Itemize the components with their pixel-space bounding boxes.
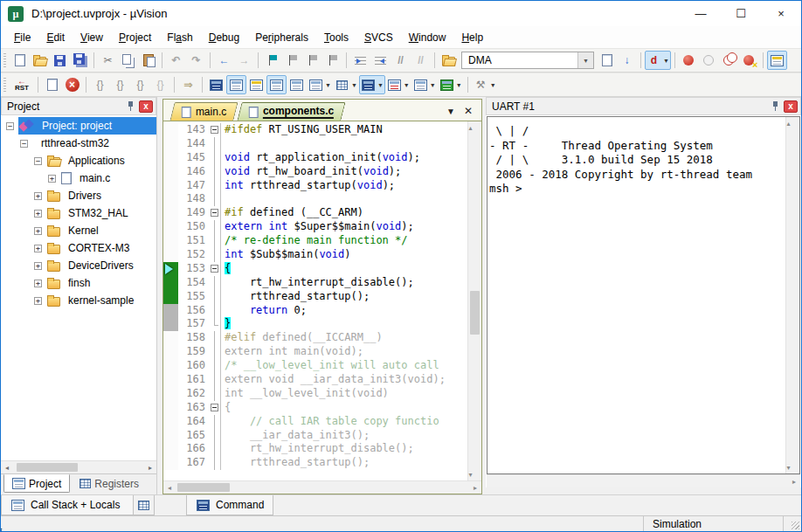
dropdown-arrow-icon[interactable]: ▼ — [377, 82, 384, 88]
uart-vscrollbar[interactable]: ▴ ▾ — [785, 117, 799, 473]
scroll-left-icon[interactable]: ◂ — [163, 484, 176, 492]
show-next-statement-button[interactable] — [42, 75, 62, 94]
code-line-161[interactable]: 161extern void __iar_data_init3(void); — [163, 373, 467, 387]
menu-edit[interactable]: Edit — [38, 28, 73, 47]
open-file-button[interactable] — [30, 51, 50, 70]
fold-collapse-icon[interactable] — [210, 206, 221, 220]
redo-button[interactable]: ↷ — [186, 51, 206, 70]
tree-item-rtthread-stm32[interactable]: −rtthread-stm32 — [1, 135, 156, 152]
breakpoint-disable-all-button[interactable] — [719, 51, 739, 70]
menu-svcs[interactable]: SVCS — [356, 28, 401, 47]
uncomment-selection-button[interactable]: // — [411, 51, 431, 70]
scroll-thumb[interactable] — [177, 483, 230, 492]
tab-list-dropdown-icon[interactable]: ▼ — [446, 107, 455, 116]
dropdown-arrow-icon[interactable]: ▼ — [490, 82, 496, 88]
indent-button[interactable] — [350, 51, 370, 70]
code-line-163[interactable]: 163{ — [163, 401, 467, 415]
find-in-files-button[interactable] — [439, 51, 459, 70]
pin-icon[interactable] — [126, 100, 135, 112]
fold-collapse-icon[interactable] — [210, 123, 221, 137]
tree-item-main-c[interactable]: +main.c — [1, 169, 156, 187]
step-over-button[interactable]: {} — [110, 75, 130, 94]
copy-button[interactable] — [118, 51, 138, 70]
command-window-button[interactable] — [206, 75, 226, 94]
serial-window-button[interactable]: ▼ — [359, 75, 385, 94]
menu-view[interactable]: View — [73, 28, 111, 47]
code-line-146[interactable]: 146void rt_hw_board_init(void); — [163, 165, 467, 179]
menu-debug[interactable]: Debug — [201, 28, 247, 47]
command-tab[interactable]: Command — [186, 495, 273, 515]
code-line-165[interactable]: 165 __iar_data_init3(); — [163, 429, 467, 443]
cut-button[interactable]: ✂ — [98, 51, 118, 70]
menu-file[interactable]: File — [6, 28, 38, 47]
menu-window[interactable]: Window — [401, 28, 454, 47]
scroll-down-icon[interactable]: ▾ — [787, 461, 799, 473]
dropdown-arrow-icon[interactable]: ▼ — [430, 82, 436, 88]
code-line-159[interactable]: 159extern int main(void); — [163, 345, 467, 359]
peripheral-dialog-button[interactable]: ▼ — [438, 75, 464, 94]
code-line-166[interactable]: 166 rt_hw_interrupt_disable(); — [163, 442, 467, 456]
collapse-icon[interactable]: − — [6, 122, 14, 130]
dropdown-arrow-icon[interactable]: ▼ — [663, 58, 669, 64]
scroll-up-icon[interactable]: ▴ — [469, 121, 481, 134]
dropdown-arrow-icon[interactable]: ▼ — [404, 82, 410, 88]
disassembly-window-button[interactable] — [226, 75, 246, 94]
collapse-icon[interactable]: − — [34, 157, 42, 165]
call-stack-tab[interactable]: Call Stack + Locals — [1, 495, 134, 515]
editor-vscrollbar[interactable]: ▴ ▾ — [467, 121, 481, 480]
menu-project[interactable]: Project — [111, 28, 159, 47]
code-area[interactable]: 143#ifdef RT_USING_USER_MAIN144145void r… — [163, 121, 467, 480]
code-line-143[interactable]: 143#ifdef RT_USING_USER_MAIN — [163, 123, 467, 137]
resize-grip[interactable] — [783, 516, 801, 531]
document-tab-main-c[interactable]: main.c — [169, 102, 239, 121]
bookmark-next-button[interactable] — [302, 51, 322, 70]
symbol-window-button[interactable] — [246, 75, 266, 94]
code-line-149[interactable]: 149#if defined (__CC_ARM) — [163, 206, 467, 220]
project-window-toggle-button[interactable] — [767, 51, 787, 70]
panel-tab-project[interactable]: Project — [3, 474, 70, 493]
tree-item-kernel[interactable]: +Kernel — [1, 222, 156, 239]
combo-dropdown-icon[interactable]: ▼ — [577, 52, 593, 68]
code-line-145[interactable]: 145void rt_application_init(void); — [163, 151, 467, 165]
code-line-154[interactable]: 154 rt_hw_interrupt_disable(); — [163, 276, 467, 290]
dropdown-arrow-icon[interactable]: ▼ — [456, 82, 462, 88]
navigate-forward-button[interactable]: → — [234, 51, 254, 70]
breakpoint-toggle-button[interactable] — [679, 51, 699, 70]
debug-restore-views-button[interactable]: d▼ — [645, 51, 671, 70]
expand-icon[interactable]: + — [34, 210, 42, 218]
expand-icon[interactable]: + — [48, 175, 56, 183]
breakpoint-enable-disable-button[interactable] — [699, 51, 719, 70]
tree-item-drivers[interactable]: +Drivers — [1, 187, 156, 204]
paste-button[interactable] — [138, 51, 158, 70]
fold-collapse-icon[interactable] — [210, 262, 221, 276]
tree-item-stm32-hal[interactable]: +STM32_HAL — [1, 204, 156, 222]
bookmark-clear-all-button[interactable] — [322, 51, 342, 70]
tree-item-devicedrivers[interactable]: +DeviceDrivers — [1, 257, 156, 274]
pin-icon[interactable] — [771, 100, 780, 112]
collapse-icon[interactable]: − — [20, 140, 28, 148]
uart-hscrollbar[interactable]: ▸ — [487, 474, 800, 487]
stop-running-button[interactable] — [62, 75, 82, 94]
run-to-cursor-button[interactable]: {} — [150, 75, 170, 94]
system-viewer-button[interactable]: ▼ — [411, 75, 438, 94]
close-button[interactable]: × — [761, 1, 801, 26]
code-line-147[interactable]: 147int rtthread_startup(void); — [163, 179, 467, 193]
memory-window-button[interactable]: ▼ — [333, 75, 359, 94]
code-line-160[interactable]: 160/* __low_level_init will auto call — [163, 359, 467, 373]
jump-to-reference-button[interactable]: ↓ — [617, 51, 637, 70]
call-stack-window-button[interactable] — [287, 75, 307, 94]
step-into-button[interactable]: {} — [90, 75, 110, 94]
minimize-button[interactable]: — — [681, 1, 721, 26]
code-line-150[interactable]: 150extern int $Super$$main(void); — [163, 220, 467, 234]
expand-icon[interactable]: + — [34, 192, 42, 200]
scroll-right-icon[interactable]: ▸ — [788, 478, 800, 486]
comment-selection-button[interactable]: // — [391, 51, 411, 70]
scroll-thumb[interactable] — [17, 463, 78, 472]
expand-icon[interactable]: + — [34, 280, 42, 287]
close-document-icon[interactable]: ✕ — [464, 105, 473, 117]
tree-item-applications[interactable]: −Applications — [1, 152, 156, 169]
maximize-button[interactable]: ☐ — [721, 1, 761, 26]
uart-output[interactable]: \ | / - RT - Thread Operating System / |… — [487, 117, 785, 473]
project-panel-close-button[interactable]: x — [139, 100, 153, 113]
dropdown-arrow-icon[interactable]: ▼ — [325, 82, 331, 88]
